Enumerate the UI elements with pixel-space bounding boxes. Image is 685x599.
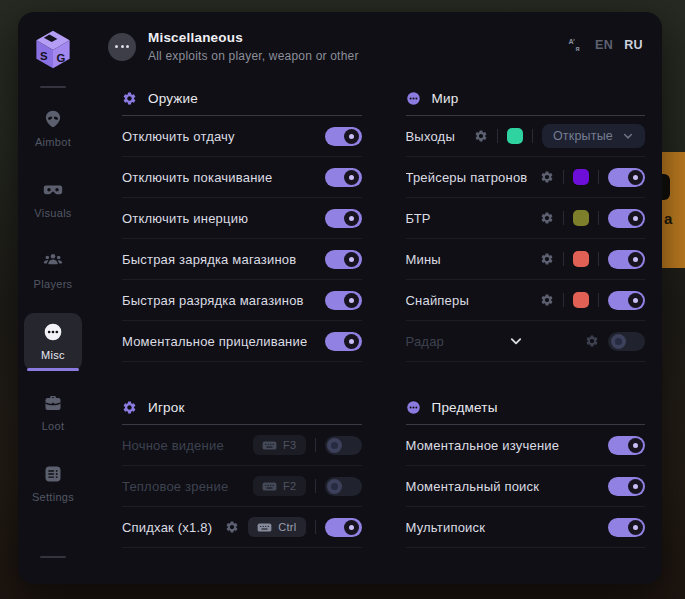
dropdown-selected-value: Открытые [553,129,613,143]
control-separator [598,252,599,266]
row-controls [540,291,645,310]
gear-icon [122,400,137,415]
feature-row: Радар [406,321,646,362]
feature-row: ВыходыОткрытые [406,116,646,157]
toggle-switch[interactable] [608,209,645,228]
hotkey-badge[interactable]: F3 [253,435,305,455]
row-controls: F3 [253,435,361,455]
hotkey-label: F3 [283,439,296,451]
ellipsis-circle-icon [406,91,421,106]
sidebar-item-label: Visuals [34,207,71,219]
sidebar-item-misc[interactable]: Misc [24,313,82,371]
row-label: Отключить инерцию [122,211,325,226]
toggle-switch[interactable] [608,477,645,496]
control-separator [563,170,564,184]
app-logo-icon: S G [32,28,74,70]
row-label: Отключить отдачу [122,129,325,144]
feature-row: Моментальное изучение [406,425,646,466]
section-title: Игрок [148,400,185,415]
section-player: ИгрокНочное видениеF3Тепловое зрениеF2Сп… [122,390,362,548]
control-separator [315,520,316,534]
row-controls [540,209,645,228]
section-items: ПредметыМоментальное изучениеМоментальны… [406,390,646,548]
toggle-switch[interactable] [608,250,645,269]
feature-row: Моментальное прицеливание [122,321,362,362]
sidebar-item-loot[interactable]: Loot [24,384,82,442]
feature-row: Мины [406,239,646,280]
toggle-switch[interactable] [608,332,645,351]
toggle-switch[interactable] [608,291,645,310]
row-controls: Ctrl [225,517,361,537]
control-separator [315,438,316,452]
vr-goggles-icon [43,180,63,200]
row-label: Радар [406,334,586,349]
settings-panel-icon [43,464,63,484]
feature-row: Снайперы [406,280,646,321]
row-settings-gear-icon[interactable] [585,334,599,348]
color-swatch[interactable] [573,251,589,267]
row-label: Выходы [406,129,474,144]
toggle-switch[interactable] [608,518,645,537]
section-title: Предметы [432,400,498,415]
hotkey-badge[interactable]: Ctrl [248,517,305,537]
toggle-switch[interactable] [325,250,362,269]
row-settings-gear-icon[interactable] [540,293,554,307]
language-ru-button[interactable]: RU [624,38,643,52]
toggle-switch[interactable] [325,436,362,455]
row-settings-gear-icon[interactable] [540,170,554,184]
color-swatch[interactable] [573,210,589,226]
row-settings-gear-icon[interactable] [540,211,554,225]
dropdown-select[interactable]: Открытые [542,124,645,148]
color-swatch[interactable] [507,128,523,144]
toggle-switch[interactable] [325,518,362,537]
language-en-button[interactable]: EN [595,38,613,52]
control-separator [563,293,564,307]
color-swatch[interactable] [573,169,589,185]
control-separator [563,252,564,266]
keyboard-icon [257,522,272,533]
sidebar-nav: AimbotVisualsPlayersMiscLootSettings [18,100,88,513]
sidebar-item-visuals[interactable]: Visuals [24,171,82,229]
sidebar-item-label: Loot [42,420,65,432]
sidebar-item-aimbot[interactable]: Aimbot [24,100,82,158]
toggle-switch[interactable] [608,436,645,455]
page-header: Miscellaneous All exploits on player, we… [108,30,645,63]
feature-row: Моментальный поиск [406,466,646,507]
control-separator [497,129,498,143]
toggle-switch[interactable] [608,168,645,187]
sidebar-item-players[interactable]: Players [24,242,82,300]
feature-row: Отключить покачивание [122,157,362,198]
toggle-switch[interactable] [325,209,362,228]
toggle-switch[interactable] [325,127,362,146]
row-label: Отключить покачивание [122,170,325,185]
row-settings-gear-icon[interactable] [225,520,239,534]
toggle-switch[interactable] [325,477,362,496]
sidebar-item-label: Settings [32,491,74,503]
ellipsis-circle-icon [406,400,421,415]
color-swatch[interactable] [573,292,589,308]
misc-ellipsis-icon [108,33,136,61]
alien-icon [43,109,63,129]
main-panel: Miscellaneous All exploits on player, we… [88,12,662,584]
sidebar-item-settings[interactable]: Settings [24,455,82,513]
row-controls [608,436,645,455]
ellipsis-circle-icon [43,322,63,342]
hotkey-badge[interactable]: F2 [253,476,305,496]
chevron-down-icon[interactable] [508,334,523,349]
feature-row: Отключить отдачу [122,116,362,157]
feature-row: Спидхак (x1.8)Ctrl [122,507,362,548]
section-title: Мир [432,91,459,106]
svg-text:G: G [57,52,66,64]
section-weapon: ОружиеОтключить отдачуОтключить покачива… [122,81,362,362]
toggle-switch[interactable] [325,332,362,351]
row-settings-gear-icon[interactable] [474,129,488,143]
row-controls [325,127,362,146]
page-subtitle: All exploits on player, weapon or other [148,49,359,63]
toggle-switch[interactable] [325,291,362,310]
toggle-switch[interactable] [325,168,362,187]
row-label: Тепловое зрение [122,479,253,494]
sidebar-item-label: Aimbot [35,136,71,148]
row-settings-gear-icon[interactable] [540,252,554,266]
row-controls: Открытые [474,124,645,148]
section-title: Оружие [148,91,198,106]
